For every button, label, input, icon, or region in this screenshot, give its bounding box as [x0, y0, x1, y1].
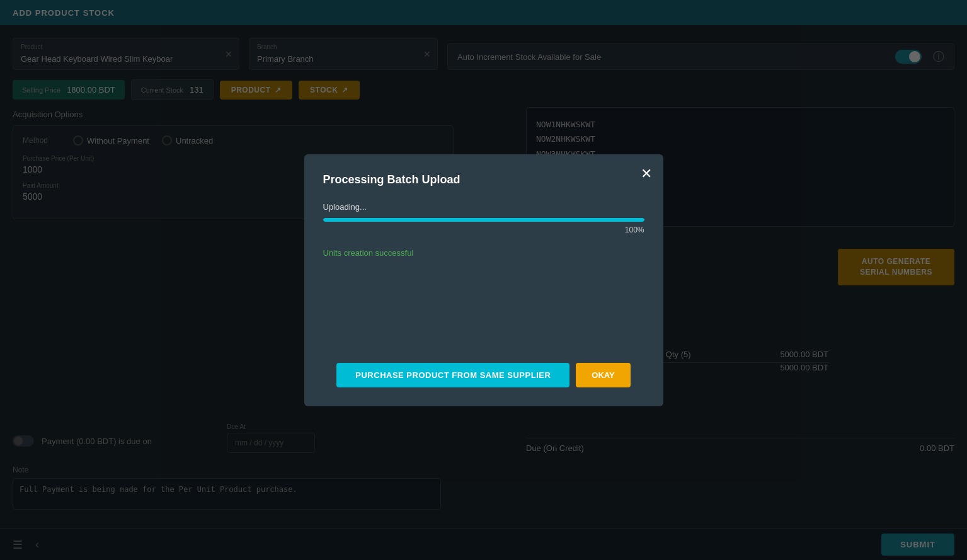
upload-label: Uploading...: [323, 202, 644, 212]
okay-button[interactable]: OKAY: [576, 363, 630, 387]
modal-close-button[interactable]: ✕: [641, 166, 652, 182]
modal-dialog: ✕ Processing Batch Upload Uploading... 1…: [304, 154, 663, 406]
success-text: Units creation successful: [323, 248, 644, 258]
progress-bar-fill: [323, 218, 644, 222]
modal-overlay: ✕ Processing Batch Upload Uploading... 1…: [0, 0, 967, 560]
modal-title: Processing Batch Upload: [323, 173, 644, 186]
progress-bar-container: [323, 218, 644, 222]
progress-percent: 100%: [625, 226, 644, 234]
purchase-same-supplier-button[interactable]: PURCHASE PRODUCT FROM SAME SUPPLIER: [336, 363, 569, 387]
modal-footer: PURCHASE PRODUCT FROM SAME SUPPLIER OKAY: [323, 363, 644, 387]
